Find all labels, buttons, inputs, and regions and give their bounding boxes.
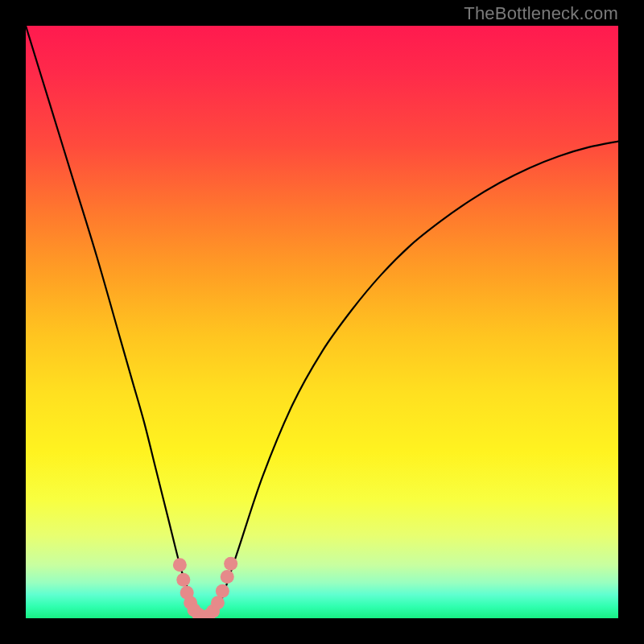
curve-marker [176,573,190,587]
curve-marker [211,596,225,609]
curve-marker [216,584,229,598]
plot-area [26,26,618,618]
curve-marker [221,570,234,584]
curve-marker [224,557,237,571]
u-shape-markers [173,557,237,618]
watermark-text: TheBottleneck.com [464,3,618,24]
chart-root: TheBottleneck.com [0,0,644,644]
curve-marker [173,558,187,572]
bottleneck-curve [26,26,618,618]
curve-layer [26,26,618,618]
